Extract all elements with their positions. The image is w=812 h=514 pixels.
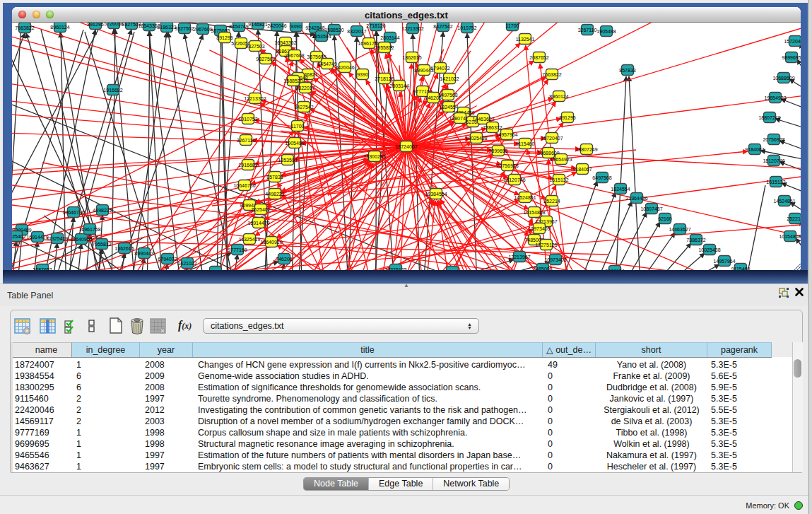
svg-text:1353594: 1353594 (312, 34, 331, 39)
svg-text:18120746: 18120746 (763, 158, 784, 163)
svg-text:1353594: 1353594 (278, 158, 297, 163)
svg-text:14524851: 14524851 (773, 199, 795, 204)
svg-text:891295: 891295 (87, 23, 103, 27)
svg-text:1362615: 1362615 (114, 246, 134, 251)
svg-text:9184067: 9184067 (572, 167, 592, 172)
svg-text:10025438: 10025438 (465, 136, 487, 141)
svg-text:8960124: 8960124 (549, 94, 568, 99)
svg-text:21364436: 21364436 (625, 196, 647, 201)
svg-text:1132541: 1132541 (516, 37, 535, 42)
svg-text:18300295: 18300295 (363, 154, 385, 159)
svg-text:15720407: 15720407 (541, 136, 563, 141)
svg-text:7386372: 7386372 (483, 125, 502, 130)
svg-text:16914479: 16914479 (247, 221, 269, 226)
svg-text:6497568: 6497568 (592, 175, 611, 180)
svg-text:2967608: 2967608 (285, 53, 304, 58)
svg-text:10688609: 10688609 (772, 76, 794, 81)
svg-text:2718126: 2718126 (366, 23, 385, 28)
svg-text:1588520: 1588520 (283, 78, 302, 83)
svg-text:19384554: 19384554 (425, 192, 447, 197)
svg-text:10807487: 10807487 (640, 206, 662, 211)
svg-text:11325419: 11325419 (239, 237, 261, 242)
svg-text:9327502: 9327502 (256, 57, 275, 62)
svg-text:1824554: 1824554 (439, 105, 458, 110)
svg-text:1824554: 1824554 (611, 187, 630, 192)
svg-text:10025438: 10025438 (698, 247, 720, 252)
svg-text:11700: 11700 (506, 23, 519, 28)
svg-text:9242848: 9242848 (305, 25, 324, 30)
svg-text:746206: 746206 (276, 257, 292, 262)
svg-text:11700: 11700 (291, 124, 305, 129)
svg-text:2087652: 2087652 (33, 267, 52, 271)
svg-text:8322017: 8322017 (295, 86, 314, 90)
svg-text:12213302: 12213302 (244, 96, 266, 101)
svg-text:10646736: 10646736 (233, 183, 255, 188)
svg-text:7485003: 7485003 (533, 267, 552, 271)
svg-text:20756928: 20756928 (496, 163, 518, 168)
svg-text:7663822: 7663822 (15, 25, 34, 30)
svg-text:8454749: 8454749 (229, 24, 248, 29)
svg-text:18120746: 18120746 (503, 177, 525, 182)
svg-text:1132541: 1132541 (443, 269, 462, 271)
svg-text:10973403: 10973403 (544, 257, 566, 262)
svg-text:18724007: 18724007 (395, 144, 417, 149)
svg-text:8186323: 8186323 (157, 25, 176, 30)
svg-text:1615132: 1615132 (549, 177, 568, 182)
svg-text:1905498: 1905498 (596, 29, 616, 34)
svg-text:17275125: 17275125 (384, 267, 406, 271)
svg-text:1421022: 1421022 (440, 76, 459, 81)
svg-text:891295: 891295 (216, 35, 233, 40)
svg-text:8322017: 8322017 (347, 29, 366, 34)
svg-text:19654923: 19654923 (764, 95, 786, 100)
svg-text:10154808: 10154808 (779, 234, 801, 239)
svg-text:252214: 252214 (787, 216, 801, 221)
svg-text:3267110: 3267110 (237, 138, 256, 143)
svg-text:1615132: 1615132 (766, 180, 785, 185)
svg-text:16914479: 16914479 (26, 235, 48, 240)
svg-text:1010752: 1010752 (457, 25, 476, 30)
svg-text:8960124: 8960124 (605, 269, 624, 271)
svg-text:5226058: 5226058 (104, 23, 123, 26)
svg-text:19654923: 19654923 (550, 157, 572, 162)
svg-text:2967608: 2967608 (193, 27, 212, 32)
svg-text:7955812: 7955812 (92, 242, 111, 247)
svg-text:12213967: 12213967 (508, 255, 530, 259)
svg-text:7955812: 7955812 (375, 45, 394, 50)
svg-text:3267110: 3267110 (578, 28, 597, 33)
svg-text:1588520: 1588520 (324, 28, 343, 33)
svg-text:8454749: 8454749 (317, 62, 336, 66)
svg-text:9184067: 9184067 (745, 147, 764, 152)
svg-text:10154808: 10154808 (523, 210, 545, 215)
svg-text:7663822: 7663822 (206, 269, 225, 271)
svg-text:10646736: 10646736 (62, 210, 84, 215)
svg-text:16543362: 16543362 (274, 40, 296, 45)
svg-text:2087652: 2087652 (529, 55, 548, 60)
svg-text:16961758: 16961758 (78, 227, 100, 232)
svg-text:14463627: 14463627 (669, 227, 690, 232)
svg-text:8427542: 8427542 (433, 24, 452, 29)
svg-text:891295: 891295 (559, 115, 575, 120)
svg-text:14957964: 14957964 (713, 259, 735, 264)
svg-text:6794072: 6794072 (158, 257, 177, 262)
svg-text:10973403: 10973403 (528, 226, 550, 231)
svg-text:857833: 857833 (619, 68, 635, 73)
svg-text:7625402: 7625402 (12, 234, 26, 239)
svg-text:15720407: 15720407 (784, 39, 801, 44)
svg-text:4498222: 4498222 (265, 192, 284, 197)
svg-text:8427542: 8427542 (294, 105, 313, 110)
svg-text:2420046: 2420046 (267, 23, 286, 28)
svg-text:18807249: 18807249 (575, 147, 597, 152)
svg-text:2420046: 2420046 (335, 65, 354, 70)
svg-text:18640910: 18640910 (70, 237, 92, 242)
svg-text:4498222: 4498222 (93, 208, 112, 213)
svg-text:7663822: 7663822 (542, 72, 561, 77)
svg-text:9390: 9390 (357, 72, 368, 77)
svg-text:7386372: 7386372 (686, 238, 705, 243)
svg-text:9777169: 9777169 (228, 247, 247, 252)
svg-text:2803144: 2803144 (380, 35, 399, 40)
svg-text:9327503: 9327503 (245, 44, 264, 49)
svg-text:62160: 62160 (658, 216, 672, 221)
svg-text:252214: 252214 (543, 199, 560, 204)
svg-text:9899695: 9899695 (782, 55, 801, 60)
svg-text:1905498: 1905498 (285, 141, 304, 146)
